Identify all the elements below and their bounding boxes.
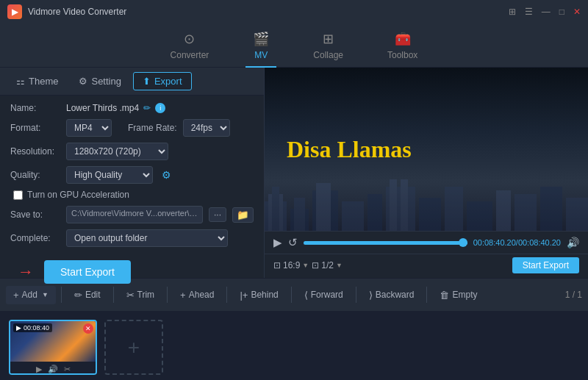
svg-rect-16 — [496, 190, 511, 231]
svg-rect-18 — [540, 187, 562, 231]
page-count: 1 / 1 — [565, 290, 582, 300]
quality-select[interactable]: High Quality Medium Quality Low Quality — [66, 166, 153, 184]
resolution-row: Resolution: 1280x720 (720p) 1920x1080 (1… — [10, 143, 254, 160]
mv-icon: 🎬 — [253, 31, 269, 47]
loop-button[interactable]: ↺ — [288, 236, 298, 249]
separator-3 — [167, 287, 168, 303]
subtab-theme[interactable]: ⚏ Theme — [7, 72, 67, 90]
info-icon[interactable]: i — [155, 103, 165, 113]
name-value-group: Lower Thirds .mp4 ✏ i — [66, 103, 165, 113]
gpu-checkbox[interactable] — [13, 190, 23, 200]
resolution-select[interactable]: 1280x720 (720p) 1920x1080 (1080p) 3840x2… — [66, 143, 168, 160]
close-button[interactable]: ✕ — [573, 7, 581, 17]
svg-rect-4 — [294, 198, 305, 231]
ratio-group: ⊡ 16:9 ▼ ⊡ 1/2 ▼ — [273, 260, 343, 270]
time-current: 00:08:40.20 — [473, 238, 516, 247]
add-clip-button[interactable]: + — [104, 320, 163, 375]
subtab-setting-label: Setting — [91, 76, 121, 87]
ahead-icon: + — [180, 290, 186, 301]
quality-label: Quality: — [10, 170, 60, 180]
settings-form: Name: Lower Thirds .mp4 ✏ i Format: MP4 … — [0, 96, 264, 291]
clip-close-button[interactable]: ✕ — [83, 323, 93, 334]
save-row: Save to: C:\Vidmore\Vidmore V...onverter… — [10, 206, 254, 223]
edit-icon[interactable]: ✏ — [143, 103, 151, 113]
maximize-button[interactable]: □ — [559, 7, 564, 17]
separator-2 — [113, 287, 114, 303]
start-export-button[interactable]: Start Export — [44, 260, 131, 284]
clip-edit-icon[interactable]: ✂ — [64, 365, 71, 374]
grid-icon[interactable]: ⊞ — [509, 7, 516, 17]
aspect-ratio-button[interactable]: ⊡ 16:9 ▼ — [273, 260, 309, 270]
behind-button[interactable]: |+ Behind — [232, 286, 285, 304]
add-dropdown-icon[interactable]: ▼ — [42, 291, 49, 298]
play-button[interactable]: ▶ — [273, 236, 282, 249]
main-content: ⚏ Theme ⚙ Setting ⬆ Export Name: Lower T… — [0, 68, 588, 278]
separator-5 — [291, 287, 292, 303]
complete-select[interactable]: Open output folder Do nothing — [66, 229, 228, 247]
trim-button[interactable]: ✂ Trim — [119, 286, 162, 304]
svg-rect-9 — [368, 194, 382, 231]
start-export-small-button[interactable]: Start Export — [512, 257, 579, 273]
folder-button[interactable]: 📁 — [232, 207, 254, 223]
add-button[interactable]: + Add ▼ — [6, 286, 56, 304]
tab-toolbox[interactable]: 🧰 Toolbox — [380, 28, 425, 68]
svg-rect-14 — [445, 187, 463, 231]
arrow-indicator: → — [18, 262, 34, 282]
svg-rect-8 — [342, 201, 364, 231]
edit-icon: ✏ — [74, 290, 82, 301]
timeline-clip[interactable]: ▶ 00:08:40 ✕ ▶ 🔊 ✂ — [9, 320, 97, 375]
progress-bar[interactable] — [304, 241, 467, 245]
framerate-select[interactable]: 24fps 30fps 60fps — [183, 119, 230, 137]
format-row: Format: MP4 AVI MOV MKV Frame Rate: 24fp… — [10, 119, 254, 137]
svg-rect-7 — [323, 183, 331, 231]
backward-button[interactable]: ⟩ Backward — [362, 286, 422, 304]
clip-thumbnail: ▶ 00:08:40 ✕ — [10, 321, 96, 362]
name-label: Name: — [10, 103, 60, 113]
save-browse-button[interactable]: ··· — [209, 207, 226, 222]
gpu-label: Turn on GPU Acceleration — [27, 190, 129, 200]
subtab-export[interactable]: ⬆ Export — [133, 72, 192, 90]
trim-icon: ✂ — [126, 290, 135, 301]
app-title: Vidmore Video Converter — [28, 7, 126, 17]
tab-mv[interactable]: 🎬 MV — [245, 28, 276, 68]
behind-icon: |+ — [240, 290, 248, 301]
toolbox-icon: 🧰 — [395, 31, 411, 47]
tab-converter-label: Converter — [171, 50, 209, 60]
ahead-button[interactable]: + Ahead — [173, 286, 221, 304]
progress-thumb — [459, 238, 467, 247]
app-icon: ▶ — [7, 4, 22, 19]
video-title: Disa Llamas — [287, 136, 412, 163]
quality-gear-icon[interactable]: ⚙ — [162, 169, 171, 181]
forward-label: Forward — [311, 290, 343, 300]
complete-label: Complete: — [10, 233, 60, 243]
tab-converter[interactable]: ⊙ Converter — [163, 28, 217, 68]
save-path: C:\Vidmore\Vidmore V...onverter\MV Expor… — [66, 206, 203, 223]
framerate-label: Frame Rate: — [128, 123, 177, 133]
save-label: Save to: — [10, 209, 60, 220]
converter-icon: ⊙ — [184, 31, 195, 47]
volume-icon[interactable]: 🔊 — [567, 237, 579, 248]
ratio-value: 16:9 — [283, 260, 300, 270]
video-controls: ▶ ↺ 00:08:40.20/00:08:40.20 🔊 — [265, 231, 588, 254]
format-select[interactable]: MP4 AVI MOV MKV — [66, 119, 112, 137]
title-bar-controls: ⊞ ☰ — □ ✕ — [509, 7, 581, 17]
hamburger-icon[interactable]: ☰ — [525, 7, 533, 17]
empty-button[interactable]: 🗑 Empty — [432, 286, 484, 304]
setting-icon: ⚙ — [79, 76, 87, 87]
clip-play-icon[interactable]: ▶ — [36, 365, 42, 374]
clip-audio-icon[interactable]: 🔊 — [48, 365, 58, 374]
subtab-setting[interactable]: ⚙ Setting — [70, 72, 129, 90]
tab-mv-label: MV — [254, 50, 268, 60]
edit-button[interactable]: ✏ Edit — [67, 286, 108, 304]
separator-4 — [226, 287, 227, 303]
clip-controls: ▶ 🔊 ✂ — [10, 362, 96, 375]
track-button[interactable]: ⊡ 1/2 ▼ — [312, 260, 343, 270]
subtab-theme-label: Theme — [29, 76, 58, 87]
format-label: Format: — [10, 123, 60, 133]
tab-collage[interactable]: ⊞ Collage — [306, 28, 351, 68]
svg-rect-6 — [316, 183, 323, 231]
video-controls-secondary: ⊡ 16:9 ▼ ⊡ 1/2 ▼ Start Export — [265, 254, 588, 278]
minimize-button[interactable]: — — [542, 7, 551, 17]
trim-label: Trim — [137, 290, 155, 300]
forward-button[interactable]: ⟨ Forward — [297, 286, 351, 304]
